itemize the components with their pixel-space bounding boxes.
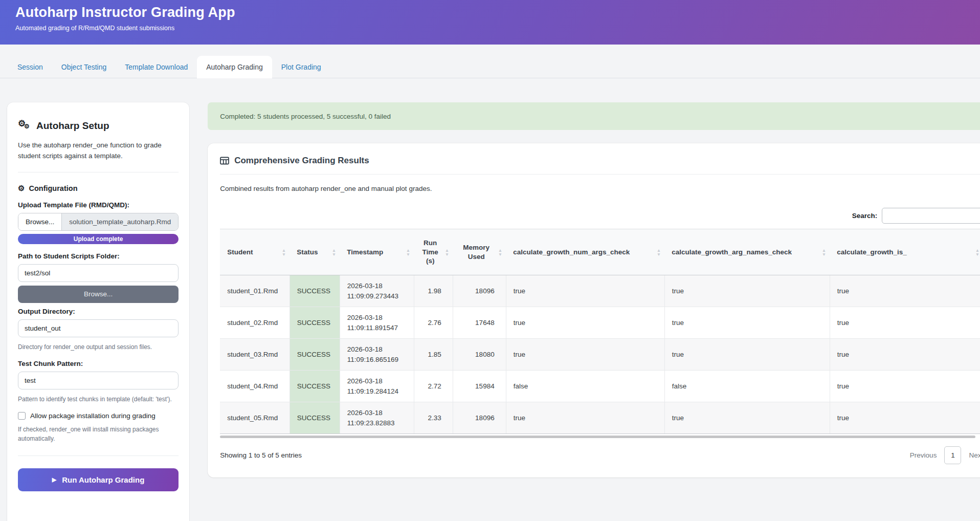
cell-calculate-growth-arg-names-check: false bbox=[664, 371, 830, 402]
upload-template-label: Upload Template File (RMD/QMD): bbox=[18, 201, 179, 209]
template-file-input[interactable]: Browse... solution_template_autoharp.Rmd bbox=[18, 213, 179, 231]
cell-memory-used: 18080 bbox=[453, 339, 506, 371]
search-input[interactable] bbox=[882, 208, 980, 224]
play-icon: ▶ bbox=[52, 476, 56, 483]
column-header-status[interactable]: Status▲▼ bbox=[289, 229, 340, 275]
table-icon bbox=[220, 157, 229, 165]
page-subtitle: Automated grading of R/Rmd/QMD student s… bbox=[15, 25, 965, 32]
upload-progress-bar: Upload complete bbox=[18, 234, 179, 244]
column-header-memory-used[interactable]: Memory Used▲▼ bbox=[453, 229, 506, 275]
cell-status: SUCCESS bbox=[289, 275, 340, 307]
tab-autoharp-grading[interactable]: Autoharp Grading bbox=[197, 56, 272, 78]
table-footer: Showing 1 to 5 of 5 entries Previous 1 N… bbox=[220, 446, 980, 464]
cell-timestamp: 2026-03-18 11:09:09.273443 bbox=[340, 275, 414, 307]
previous-page-button[interactable]: Previous bbox=[910, 451, 937, 459]
page-1-button[interactable]: 1 bbox=[944, 446, 961, 464]
page-title: Autoharp Instructor Grading App bbox=[15, 5, 965, 20]
panel-title: ⚙⚙ Autoharp Setup bbox=[18, 120, 179, 132]
cell-calculate-growth-arg-names-check: true bbox=[664, 339, 830, 371]
results-card-subtitle: Combined results from autoharp render_on… bbox=[220, 185, 980, 192]
results-table: Student▲▼Status▲▼Timestamp▲▼Run Time (s)… bbox=[220, 229, 980, 434]
cell-student: student_05.Rmd bbox=[220, 402, 289, 434]
cell-timestamp: 2026-03-18 11:09:23.82883 bbox=[340, 402, 414, 434]
next-page-button[interactable]: Next bbox=[969, 451, 980, 459]
completion-status-alert: Completed: 5 students processed, 5 succe… bbox=[208, 102, 980, 130]
results-card-title-text: Comprehensive Grading Results bbox=[234, 156, 369, 166]
column-header-run-time-s[interactable]: Run Time (s)▲▼ bbox=[414, 229, 453, 275]
cell-student: student_03.Rmd bbox=[220, 339, 289, 371]
browse-folder-button[interactable]: Browse... bbox=[18, 286, 179, 303]
cell-calculate-growth-num-args-check: true bbox=[506, 307, 664, 339]
horizontal-scrollbar[interactable] bbox=[220, 436, 975, 438]
app-header: Autoharp Instructor Grading App Automate… bbox=[0, 0, 980, 45]
table-row: student_05.RmdSUCCESS2026-03-18 11:09:23… bbox=[220, 402, 980, 434]
divider bbox=[220, 174, 980, 175]
sort-icon[interactable]: ▲▼ bbox=[332, 248, 336, 256]
cell-calculate-growth-is: true bbox=[830, 402, 980, 434]
autoharp-setup-panel: ⚙⚙ Autoharp Setup Use the autoharp rende… bbox=[7, 102, 189, 521]
run-autoharp-grading-button[interactable]: ▶ Run Autoharp Grading bbox=[18, 468, 179, 491]
allow-package-install-checkbox[interactable] bbox=[18, 412, 26, 420]
tab-bar: SessionObject TestingTemplate DownloadAu… bbox=[0, 45, 980, 78]
cell-run-time-s: 2.76 bbox=[414, 307, 453, 339]
cell-timestamp: 2026-03-18 11:09:16.865169 bbox=[340, 339, 414, 371]
scripts-folder-input[interactable] bbox=[18, 264, 179, 282]
tab-session[interactable]: Session bbox=[8, 56, 52, 78]
cell-status: SUCCESS bbox=[289, 371, 340, 402]
tab-template-download[interactable]: Template Download bbox=[116, 56, 197, 78]
panel-description: Use the autoharp render_one function to … bbox=[18, 140, 179, 162]
table-row: student_04.RmdSUCCESS2026-03-18 11:09:19… bbox=[220, 371, 980, 402]
cell-run-time-s: 1.85 bbox=[414, 339, 453, 371]
column-header-calculate-growth-num-args-check[interactable]: calculate_growth_num_args_check▲▼ bbox=[506, 229, 664, 275]
sort-icon[interactable]: ▲▼ bbox=[498, 248, 502, 256]
configuration-heading: ⚙ Configuration bbox=[18, 184, 179, 193]
test-chunk-pattern-input[interactable] bbox=[18, 372, 179, 389]
cell-calculate-growth-is: true bbox=[830, 307, 980, 339]
showing-entries-text: Showing 1 to 5 of 5 entries bbox=[220, 451, 302, 459]
tab-plot-grading[interactable]: Plot Grading bbox=[272, 56, 330, 78]
test-chunk-pattern-label: Test Chunk Pattern: bbox=[18, 360, 179, 367]
column-header-timestamp[interactable]: Timestamp▲▼ bbox=[340, 229, 414, 275]
pagination: Previous 1 Next bbox=[910, 446, 980, 464]
configuration-heading-text: Configuration bbox=[29, 184, 77, 192]
grading-results-card: Comprehensive Grading Results Combined r… bbox=[208, 143, 980, 477]
tab-object-testing[interactable]: Object Testing bbox=[52, 56, 116, 78]
table-row: student_03.RmdSUCCESS2026-03-18 11:09:16… bbox=[220, 339, 980, 371]
file-browse-button[interactable]: Browse... bbox=[18, 213, 62, 230]
cell-run-time-s: 2.72 bbox=[414, 371, 453, 402]
cell-status: SUCCESS bbox=[289, 402, 340, 434]
output-directory-input[interactable] bbox=[18, 319, 179, 337]
gear-icon: ⚙ bbox=[18, 184, 25, 193]
results-table-container: Student▲▼Status▲▼Timestamp▲▼Run Time (s)… bbox=[220, 229, 980, 434]
table-header-row: Student▲▼Status▲▼Timestamp▲▼Run Time (s)… bbox=[220, 229, 980, 275]
cell-calculate-growth-is: true bbox=[830, 275, 980, 307]
column-header-calculate-growth-is[interactable]: calculate_growth_is_▲▼ bbox=[830, 229, 980, 275]
run-button-label: Run Autoharp Grading bbox=[62, 475, 144, 484]
cell-timestamp: 2026-03-18 11:09:19.284124 bbox=[340, 371, 414, 402]
cell-status: SUCCESS bbox=[289, 339, 340, 371]
gears-icon: ⚙⚙ bbox=[18, 120, 31, 132]
column-header-student[interactable]: Student▲▼ bbox=[220, 229, 289, 275]
cell-student: student_01.Rmd bbox=[220, 275, 289, 307]
sort-icon[interactable]: ▲▼ bbox=[445, 248, 449, 256]
cell-timestamp: 2026-03-18 11:09:11.891547 bbox=[340, 307, 414, 339]
test-chunk-pattern-help: Pattern to identify test chunks in templ… bbox=[18, 395, 179, 404]
sort-icon[interactable]: ▲▼ bbox=[657, 248, 661, 256]
main-content: Completed: 5 students processed, 5 succe… bbox=[208, 102, 980, 477]
output-directory-help: Directory for render_one output and sess… bbox=[18, 342, 179, 352]
uploaded-filename: solution_template_autoharp.Rmd bbox=[62, 213, 178, 230]
sort-icon[interactable]: ▲▼ bbox=[822, 248, 826, 256]
cell-calculate-growth-arg-names-check: true bbox=[664, 275, 830, 307]
cell-calculate-growth-arg-names-check: true bbox=[664, 307, 830, 339]
sort-icon[interactable]: ▲▼ bbox=[282, 248, 286, 256]
column-header-calculate-growth-arg-names-check[interactable]: calculate_growth_arg_names_check▲▼ bbox=[664, 229, 830, 275]
allow-package-install-help: If checked, render_one will install miss… bbox=[18, 425, 179, 443]
cell-calculate-growth-num-args-check: true bbox=[506, 402, 664, 434]
sort-icon[interactable]: ▲▼ bbox=[975, 248, 979, 256]
output-directory-label: Output Directory: bbox=[18, 308, 179, 315]
table-row: student_02.RmdSUCCESS2026-03-18 11:09:11… bbox=[220, 307, 980, 339]
cell-status: SUCCESS bbox=[289, 307, 340, 339]
scripts-folder-label: Path to Student Scripts Folder: bbox=[18, 252, 179, 260]
cell-student: student_02.Rmd bbox=[220, 307, 289, 339]
sort-icon[interactable]: ▲▼ bbox=[406, 248, 410, 256]
